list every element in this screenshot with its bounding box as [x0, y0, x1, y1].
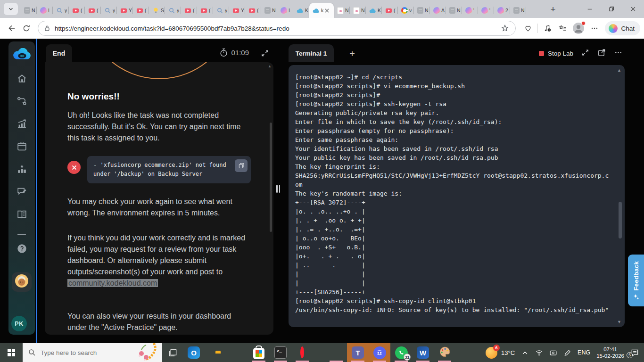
- profile-initials-badge[interactable]: PK: [11, 316, 27, 331]
- browser-tab[interactable]: N: [21, 3, 37, 18]
- kodekloud-logo-icon[interactable]: <>: [12, 48, 32, 61]
- sidebar-avatar[interactable]: [12, 272, 32, 292]
- browser-tab[interactable]: (: [133, 3, 149, 18]
- browser-tab[interactable]: N: [334, 3, 350, 18]
- panel-resize-handle[interactable]: [276, 185, 280, 193]
- browser-tab[interactable]: K: [366, 3, 382, 18]
- browser-tab[interactable]: N: [261, 3, 277, 18]
- browser-tab[interactable]: Y: [117, 3, 133, 18]
- browser-tab[interactable]: y: [213, 3, 229, 18]
- terminal-expand-button[interactable]: [581, 48, 590, 59]
- browser-tab[interactable]: ': [478, 3, 494, 18]
- taskbar-app-outlook[interactable]: O: [183, 343, 205, 362]
- url-text[interactable]: https://engineer.kodekloud.com/task?id=6…: [55, 25, 497, 32]
- profile-avatar[interactable]: [572, 22, 585, 34]
- browser-tab[interactable]: I: [37, 3, 53, 18]
- meet-now-button[interactable]: [549, 349, 557, 357]
- taskbar-app-edge[interactable]: [325, 343, 347, 362]
- copy-button[interactable]: [235, 159, 248, 172]
- taskbar-app-command-prompt[interactable]: >_: [270, 343, 291, 362]
- browser-tab[interactable]: (: [85, 3, 101, 18]
- browser-tab[interactable]: Y: [229, 3, 245, 18]
- start-button[interactable]: [0, 343, 23, 362]
- terminal-scroll-up-arrow[interactable]: ▲: [617, 68, 621, 73]
- tab-close-button[interactable]: [325, 6, 329, 15]
- browser-tab[interactable]: (: [181, 3, 197, 18]
- terminal-tab[interactable]: Terminal 1: [289, 44, 334, 62]
- browser-tab[interactable]: y: [101, 3, 117, 18]
- notification-center-button[interactable]: 5: [630, 348, 639, 357]
- feedback-button[interactable]: Feedback: [628, 255, 644, 306]
- stop-lab-button[interactable]: Stop Lab: [539, 50, 573, 57]
- sidebar-item-achievements[interactable]: [16, 164, 27, 175]
- refresh-button[interactable]: [19, 21, 34, 36]
- browser-tab[interactable]: (: [382, 3, 398, 18]
- browser-tab[interactable]: N: [350, 3, 366, 18]
- weather-widget[interactable]: 6 13°C: [486, 347, 515, 359]
- language-indicator[interactable]: ENG: [578, 349, 590, 356]
- browser-tab[interactable]: (: [197, 3, 213, 18]
- new-tab-button[interactable]: +: [547, 4, 559, 15]
- panel-scroll-up-arrow[interactable]: ▲: [268, 64, 272, 68]
- search-input[interactable]: [41, 349, 132, 356]
- task-view-button[interactable]: [162, 343, 183, 362]
- task-result-content[interactable]: No worries!! Uh oh! Looks like the task …: [45, 62, 273, 335]
- browser-tab[interactable]: y: [53, 3, 69, 18]
- browser-tab[interactable]: K: [293, 3, 309, 18]
- taskbar-app-whatsapp[interactable]: 31: [390, 343, 412, 362]
- sidebar-item-learning-path[interactable]: [16, 96, 27, 107]
- end-tab[interactable]: End: [46, 44, 72, 62]
- browser-tab[interactable]: (: [69, 3, 85, 18]
- address-bar[interactable]: https://engineer.kodekloud.com/task?id=6…: [38, 21, 516, 36]
- taskbar-search[interactable]: [23, 343, 162, 362]
- sidebar-item-library[interactable]: [16, 209, 27, 221]
- taskbar-app-teams[interactable]: T: [347, 343, 369, 362]
- taskbar-app-file-explorer[interactable]: [205, 343, 226, 362]
- panel-scrollbar-thumb[interactable]: [270, 123, 272, 232]
- sidebar-item-home[interactable]: [16, 74, 27, 85]
- browser-tab[interactable]: y: [165, 3, 181, 18]
- new-terminal-button[interactable]: +: [346, 48, 358, 60]
- browser-tab[interactable]: N: [510, 3, 526, 18]
- taskbar-app-discord[interactable]: [369, 343, 390, 362]
- browser-tab-active[interactable]: k: [309, 3, 334, 18]
- bookmark-star-button[interactable]: [497, 21, 512, 36]
- sidebar-item-calendar[interactable]: [16, 141, 27, 153]
- taskbar-app-copilot[interactable]: [226, 343, 248, 362]
- taskbar-app-paint[interactable]: [434, 343, 455, 362]
- terminal-scroll-down-arrow[interactable]: ▼: [617, 320, 621, 324]
- browser-essentials-button[interactable]: [520, 21, 536, 36]
- window-minimize-button[interactable]: [579, 0, 601, 18]
- copilot-chat-button[interactable]: Chat: [605, 21, 640, 35]
- window-close-button[interactable]: [622, 0, 644, 18]
- terminal-menu-button[interactable]: [614, 48, 623, 59]
- collections-button[interactable]: [555, 21, 570, 36]
- terminal[interactable]: [root@stapp02 ~]# cd /scripts[root@stapp…: [289, 65, 625, 327]
- browser-tab[interactable]: S: [149, 3, 165, 18]
- window-restore-button[interactable]: [601, 0, 622, 18]
- show-hidden-icons-button[interactable]: [521, 349, 529, 357]
- tab-search-button[interactable]: [4, 3, 18, 15]
- back-button[interactable]: [4, 21, 19, 36]
- browser-tab[interactable]: A: [430, 3, 446, 18]
- media-playing-button[interactable]: [540, 21, 555, 36]
- taskbar-app-microsoft-store[interactable]: [248, 343, 270, 362]
- taskbar-app-opera[interactable]: [291, 343, 313, 362]
- browser-tab[interactable]: N: [446, 3, 462, 18]
- browser-tab[interactable]: N: [414, 3, 430, 18]
- sidebar-item-discussions[interactable]: [16, 187, 27, 198]
- sidebar-item-analytics[interactable]: [16, 119, 27, 130]
- browser-tab[interactable]: 2: [494, 3, 510, 18]
- browser-tab[interactable]: ': [462, 3, 478, 18]
- taskbar-clock[interactable]: 07:41 15-02-2026: [596, 346, 624, 359]
- browser-tab[interactable]: v: [398, 3, 414, 18]
- browser-tab[interactable]: (: [245, 3, 261, 18]
- browser-menu-button[interactable]: [587, 21, 602, 36]
- terminal-scrollbar-thumb[interactable]: [619, 202, 622, 239]
- sidebar-item-help[interactable]: [16, 244, 27, 255]
- expand-panel-button[interactable]: [260, 49, 270, 58]
- browser-tab[interactable]: I: [277, 3, 293, 18]
- open-external-button[interactable]: [597, 48, 606, 59]
- wifi-button[interactable]: [535, 349, 543, 357]
- community-link[interactable]: community.kodekloud.com: [67, 279, 158, 287]
